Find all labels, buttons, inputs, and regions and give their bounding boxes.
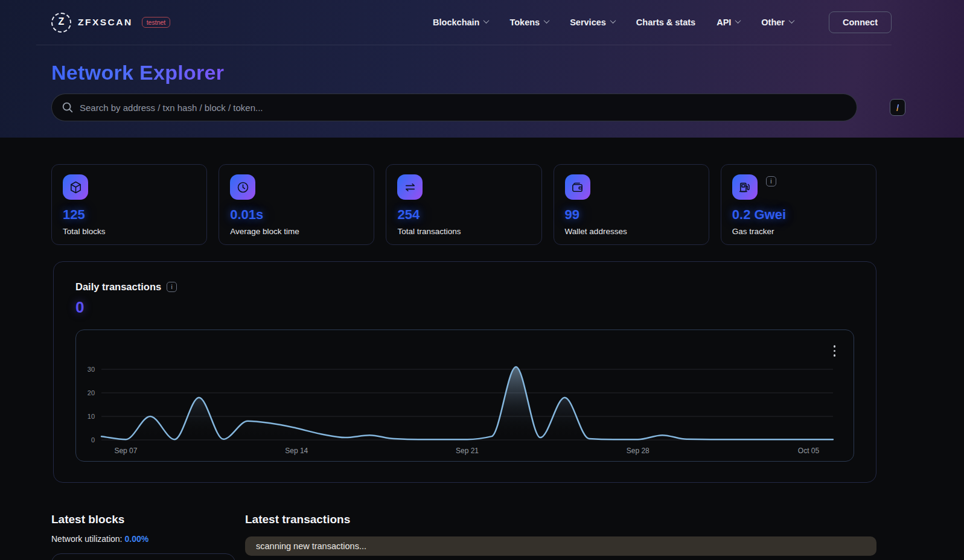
wallet-icon bbox=[565, 174, 590, 200]
nav-divider bbox=[36, 45, 892, 45]
network-utilization-value: 0.00% bbox=[125, 534, 149, 544]
chart-menu-kebab-icon[interactable] bbox=[832, 343, 838, 358]
stat-label: Total blocks bbox=[63, 227, 196, 236]
hero-section: Z ZFXSCAN testnet Blockchain Tokens Serv… bbox=[0, 0, 964, 138]
testnet-badge: testnet bbox=[142, 17, 171, 28]
nav-item-tokens[interactable]: Tokens bbox=[509, 18, 549, 27]
stat-value: 99 bbox=[565, 207, 698, 223]
daily-transactions-title: Daily transactions bbox=[75, 281, 161, 293]
cube-icon bbox=[63, 174, 88, 200]
chevron-down-icon bbox=[610, 18, 616, 24]
latest-transactions-title: Latest transactions bbox=[245, 513, 876, 526]
info-icon[interactable]: i bbox=[167, 282, 177, 292]
brand-name: ZFXSCAN bbox=[78, 17, 133, 28]
svg-text:10: 10 bbox=[88, 413, 95, 420]
chevron-down-icon bbox=[735, 18, 741, 24]
nav-item-other[interactable]: Other bbox=[761, 18, 794, 27]
nav-item-services[interactable]: Services bbox=[570, 18, 615, 27]
transfer-icon bbox=[397, 174, 423, 200]
svg-text:Sep 21: Sep 21 bbox=[456, 447, 479, 455]
connect-button[interactable]: Connect bbox=[829, 11, 892, 33]
svg-text:20: 20 bbox=[88, 389, 95, 396]
svg-text:30: 30 bbox=[88, 366, 95, 373]
bottom-section: Latest blocks Network utilization:0.00% … bbox=[51, 513, 876, 560]
chevron-down-icon bbox=[544, 18, 550, 24]
area-chart: 0102030Sep 07Sep 14Sep 21Sep 28Oct 05 bbox=[76, 330, 854, 461]
stat-label: Wallet addresses bbox=[565, 227, 698, 236]
daily-transactions-chart: 0102030Sep 07Sep 14Sep 21Sep 28Oct 05 bbox=[75, 329, 854, 462]
network-utilization: Network utilization:0.00% bbox=[51, 534, 245, 544]
nav-item-api[interactable]: API bbox=[717, 18, 740, 27]
brand-logo-icon: Z bbox=[51, 13, 71, 33]
info-icon[interactable]: i bbox=[766, 176, 776, 186]
brand-logo-letter: Z bbox=[59, 16, 65, 27]
svg-text:0: 0 bbox=[91, 436, 95, 444]
latest-blocks-column: Latest blocks Network utilization:0.00% bbox=[51, 513, 245, 560]
search-bar: / bbox=[51, 94, 913, 121]
brand[interactable]: Z ZFXSCAN testnet bbox=[51, 13, 170, 33]
stat-label: Average block time bbox=[230, 227, 363, 236]
stat-card-wallet-addresses: 99 Wallet addresses bbox=[554, 164, 709, 245]
stat-value: 254 bbox=[397, 207, 530, 223]
stat-card-gas-tracker: i 0.2 Gwei Gas tracker bbox=[721, 164, 876, 245]
stat-card-total-blocks: 125 Total blocks bbox=[51, 164, 207, 245]
latest-transactions-column: Latest transactions scanning new transac… bbox=[245, 513, 876, 560]
stats-row: 125 Total blocks 0.01s Average block tim… bbox=[51, 164, 876, 245]
nav-item-blockchain[interactable]: Blockchain bbox=[433, 18, 488, 27]
navbar: Z ZFXSCAN testnet Blockchain Tokens Serv… bbox=[0, 0, 964, 45]
latest-blocks-title: Latest blocks bbox=[51, 513, 245, 526]
chevron-down-icon bbox=[789, 18, 795, 24]
svg-text:Sep 07: Sep 07 bbox=[114, 447, 137, 455]
gas-pump-icon bbox=[732, 174, 758, 200]
scanning-status-bar: scanning new transactions... bbox=[245, 536, 876, 556]
clock-icon bbox=[230, 174, 255, 200]
daily-transactions-value: 0 bbox=[75, 298, 854, 317]
stat-label: Gas tracker bbox=[732, 227, 865, 236]
stat-value: 0.2 Gwei bbox=[732, 207, 865, 223]
page-title: Network Explorer bbox=[51, 61, 224, 84]
svg-text:Sep 28: Sep 28 bbox=[627, 447, 650, 455]
stat-card-total-transactions: 254 Total transactions bbox=[386, 164, 541, 245]
daily-transactions-card: Daily transactions i 0 0102030Sep 07Sep … bbox=[53, 261, 876, 483]
page: Z ZFXSCAN testnet Blockchain Tokens Serv… bbox=[0, 0, 964, 560]
latest-block-card[interactable] bbox=[51, 553, 235, 560]
search-icon bbox=[61, 101, 74, 114]
stat-value: 125 bbox=[63, 207, 196, 223]
chevron-down-icon bbox=[484, 18, 490, 24]
svg-text:Oct 05: Oct 05 bbox=[798, 447, 820, 455]
stat-value: 0.01s bbox=[230, 207, 363, 223]
stat-card-average-block-time: 0.01s Average block time bbox=[219, 164, 374, 245]
search-shortcut-key[interactable]: / bbox=[890, 99, 905, 116]
search-input[interactable] bbox=[51, 94, 857, 121]
stat-label: Total transactions bbox=[397, 227, 530, 236]
svg-text:Sep 14: Sep 14 bbox=[285, 447, 308, 455]
nav-item-charts-stats[interactable]: Charts & stats bbox=[636, 18, 695, 27]
nav-menu: Blockchain Tokens Services Charts & stat… bbox=[433, 18, 794, 27]
